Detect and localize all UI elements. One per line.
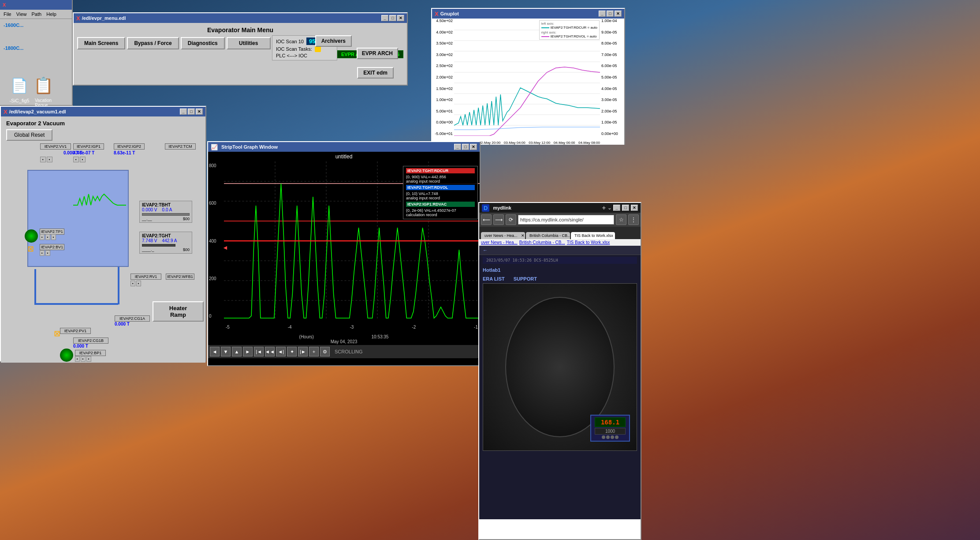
rv1-ctrl1[interactable]: ▪	[130, 281, 135, 286]
strip-btn-fast-back[interactable]: ◄◄	[265, 347, 275, 356]
display-btn4[interactable]	[615, 435, 619, 439]
browser-tab-2[interactable]: TIS Back to Work.xlsx ✕	[571, 232, 615, 239]
browser-fwd-btn[interactable]: ⟶	[493, 214, 504, 225]
camera-image: 168.1 1000	[483, 284, 637, 450]
bookmark-1[interactable]: British Columbia - CB...	[519, 240, 565, 245]
browser-refresh-btn[interactable]: ⟳	[506, 214, 516, 225]
browser-bookmark-btn[interactable]: ☆	[616, 214, 626, 225]
bv1-symbol: ⊠	[27, 244, 34, 254]
striptool-chart-area: 800 600 400 200 0	[208, 161, 480, 334]
cg1a-label: IEVAP2:CG1A	[115, 315, 150, 322]
browser-toolbar: ⟵ ⟶ ⟳ ☆ ⋮	[479, 213, 641, 227]
gnuplot-minimize-btn[interactable]: _	[599, 11, 606, 17]
view-menu[interactable]: View	[16, 11, 27, 17]
strip-btn-left-arrow[interactable]: ◄	[210, 347, 220, 356]
gnuplot-close-btn[interactable]: ✕	[615, 11, 622, 17]
igp1-ctrl-btn1[interactable]: ▪	[73, 157, 79, 162]
strip-btn-down-arrow[interactable]: ▼	[221, 347, 231, 356]
camera-feed: 168.1 1000	[483, 283, 637, 451]
strip-btn-right-arrow[interactable]: ►	[243, 347, 253, 356]
tbht-panel: IEVAP2:TBHT 0.000 V 0.0 A __.__ $00	[139, 201, 192, 223]
tp1-circle	[25, 229, 38, 243]
help-menu[interactable]: Help	[46, 11, 56, 17]
mydlink-tab-list-btn[interactable]: ⌄	[607, 205, 611, 211]
archivers-button[interactable]: Archivers	[315, 35, 352, 47]
main-screens-button[interactable]: Main Screens	[77, 37, 125, 49]
striptool-title-text: StripTool Graph Window	[221, 144, 278, 150]
gnuplot-maximize-btn[interactable]: □	[607, 11, 614, 17]
bv1-ctrl2[interactable]: ▪	[45, 250, 50, 256]
heater-ramp-button[interactable]: Heater Ramp	[153, 301, 204, 322]
diagnostics-button[interactable]: Diagnostics	[181, 37, 225, 49]
strip-btn-settings[interactable]: ⚙	[320, 347, 330, 356]
path-menu[interactable]: Path	[32, 11, 42, 17]
evap-close-btn[interactable]: ✕	[397, 15, 404, 21]
evap2-close-btn[interactable]: ✕	[196, 109, 203, 115]
strip-btn-fast-fwd[interactable]: +	[309, 347, 319, 356]
mydlink-add-tab-btn[interactable]: +	[602, 204, 606, 211]
bp1-ctrl1[interactable]: ▪	[75, 356, 80, 362]
vv1-label: IEVAP2:VV1	[40, 143, 71, 150]
evap-minimize-btn[interactable]: _	[381, 15, 388, 21]
strip-btn-step-back[interactable]: ◄|	[276, 347, 286, 356]
gnuplot-y-right-axis: 1.00e-049.00e-058.00e-057.00e-05 6.00e-0…	[601, 19, 623, 136]
strip-y-axis: 800 600 400 200 0	[208, 161, 224, 320]
global-reset-button[interactable]: Global Reset	[6, 129, 52, 141]
vacuum-diagram: IEVAP2:VV1 0.000 T T IEVAP2:IGP1 4.46e-0…	[3, 143, 204, 355]
strip-btn-skip-back[interactable]: |◄	[254, 347, 264, 356]
display-btn3[interactable]	[611, 435, 614, 439]
browser-back-btn[interactable]: ⟵	[481, 214, 492, 225]
exit-edm-button[interactable]: EXIT edm	[357, 67, 394, 79]
bypass-force-button[interactable]: Bypass / Force	[127, 37, 179, 49]
mydlink-tab-icon: D	[482, 204, 489, 212]
evpr-arch-button[interactable]: EVPR ARCH	[357, 48, 398, 59]
bp1-ctrl2[interactable]: ▪	[81, 356, 86, 362]
strip-x-unit-row: (Hours) 10:53:35 May 04, 2023	[208, 334, 480, 345]
bv1-ctrl1[interactable]: ▪	[40, 250, 45, 256]
tp1-ctrl3[interactable]: ▪	[51, 234, 56, 240]
tp1-ctrl1[interactable]: ▪	[40, 234, 45, 240]
display-btn2[interactable]	[606, 435, 610, 439]
striptool-minimize-btn[interactable]: _	[454, 144, 461, 150]
striptool-icon: 📈	[211, 144, 218, 150]
evap2-minimize-btn[interactable]: _	[180, 109, 187, 115]
evap2-maximize-btn[interactable]: □	[188, 109, 195, 115]
file-menu[interactable]: File	[4, 11, 11, 17]
striptool-close-btn[interactable]: ✕	[470, 144, 477, 150]
ch1-header: IEVAP2:TGHT:RDCUR	[406, 168, 475, 173]
rv1-ctrl2[interactable]: ▪	[136, 281, 141, 286]
utilities-button[interactable]: Utilities	[227, 37, 271, 49]
desktop-icon-vacation[interactable]: 📋 VacationReque...	[26, 75, 61, 108]
pv1-area: ⊠ IEVAP2:PV1	[60, 328, 91, 334]
vv1-ctrl-btn2[interactable]: ▪	[47, 157, 52, 162]
vv1-controls: ▪ ▪	[40, 157, 52, 162]
igp1-ctrl-btn2[interactable]: ▪	[80, 157, 86, 162]
strip-btn-center[interactable]: ✦	[287, 347, 297, 356]
strip-x-axis: -5 -4 -3 -2 -1	[224, 320, 480, 334]
display-reading: 168.1	[595, 417, 626, 427]
tp1-controls: ▪ ▪ ▪	[40, 234, 56, 240]
igp1-label: IEVAP2:IGP1	[73, 143, 104, 150]
bookmark-0[interactable]: uver News - Hea...	[481, 240, 518, 245]
striptool-maximize-btn[interactable]: □	[462, 144, 469, 150]
pipe-right-v	[118, 267, 119, 304]
browser-tab-1[interactable]: British Columbia - CB... ✕	[526, 232, 570, 239]
bookmark-2[interactable]: TIS Back to Work.xlsx	[567, 240, 610, 245]
evap-maximize-btn[interactable]: □	[389, 15, 396, 21]
mydlink-close-btn[interactable]: ✕	[631, 205, 638, 211]
browser-settings-btn[interactable]: ⋮	[628, 214, 639, 225]
strip-btn-step-fwd[interactable]: |►	[298, 347, 308, 356]
display-btn1[interactable]	[602, 435, 605, 439]
mydlink-minimize-btn[interactable]: _	[613, 205, 620, 211]
scrolling-label: SCROLLING	[335, 349, 363, 354]
browser-url-input[interactable]	[518, 215, 614, 225]
tp1-label: IEVAP2:TP1	[40, 229, 64, 235]
browser-tab-0[interactable]: uver News - Hea... ✕	[481, 232, 525, 239]
strip-btn-up-arrow[interactable]: ▲	[232, 347, 242, 356]
tp1-ctrl2[interactable]: ▪	[45, 234, 50, 240]
bp1-ctrl3[interactable]: ▪	[86, 356, 91, 362]
hotlab-label: Hotlab1	[483, 267, 500, 273]
mydlink-maximize-btn[interactable]: □	[622, 205, 629, 211]
tbht-bar	[142, 213, 190, 216]
vv1-ctrl-btn1[interactable]: ▪	[40, 157, 46, 162]
